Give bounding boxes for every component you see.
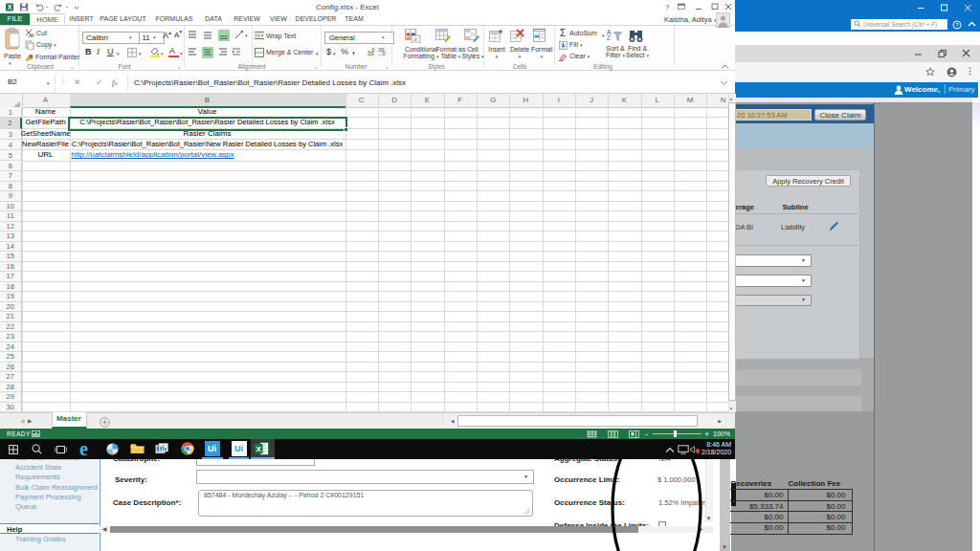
- svg-text:≠: ≠: [414, 36, 418, 44]
- svg-text:X: X: [256, 445, 262, 453]
- svg-text:X: X: [8, 4, 12, 11]
- svg-text:?: ?: [955, 22, 959, 28]
